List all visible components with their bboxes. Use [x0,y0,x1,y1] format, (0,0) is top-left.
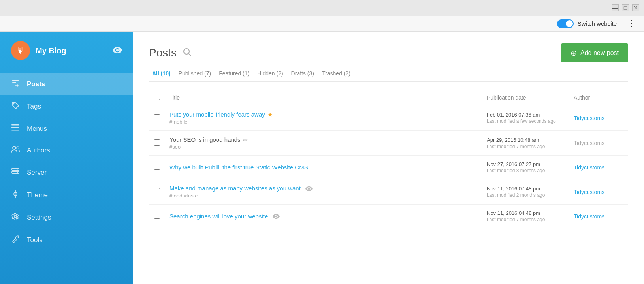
minimize-button[interactable]: — [612,4,619,11]
site-avatar: 🎙 [11,41,30,60]
post-title[interactable]: Puts your mobile-friendly fears away★ [169,111,273,118]
post-checkbox[interactable] [154,139,160,146]
hidden-eye-icon [270,213,280,220]
maximize-button[interactable]: □ [622,4,629,11]
filter-tab-trashed[interactable]: Trashed (2) [319,69,354,78]
select-all-checkbox[interactable] [154,94,160,100]
sidebar-item-server[interactable]: Server [0,161,133,184]
post-title[interactable]: Why we built Publii, the first true Stat… [169,164,308,171]
svg-point-7 [17,147,19,149]
posts-icon [11,79,20,89]
post-tag: #food #taste [169,193,477,199]
avatar-icon: 🎙 [16,45,25,56]
title-bar: — □ ✕ [0,0,644,16]
post-author[interactable]: Tidycustoms [574,213,604,220]
settings-icon [11,213,20,222]
post-checkbox[interactable] [154,114,160,120]
toggle-switch[interactable] [557,19,574,28]
post-checkbox[interactable] [154,213,160,219]
svg-rect-1 [12,82,16,83]
sidebar-item-label: Tags [27,103,41,111]
svg-point-11 [17,172,18,173]
svg-line-20 [189,53,191,56]
preview-icon[interactable] [113,45,122,56]
sidebar-item-settings[interactable]: Settings [0,206,133,229]
filter-tab-hidden[interactable]: Hidden (2) [254,69,286,78]
post-checkbox[interactable] [154,164,160,170]
svg-rect-4 [11,127,19,128]
post-modified: Last modified 8 months ago [487,168,564,173]
post-title[interactable]: Search engines will love your website [169,213,280,220]
more-menu-button[interactable]: ⋮ [627,19,636,29]
menus-icon [11,124,20,133]
post-title[interactable]: Make and manage as many websites as you … [169,185,313,192]
theme-icon [11,190,20,200]
server-icon [11,167,20,177]
filter-tab-published[interactable]: Published (7) [175,69,215,78]
posts-header: Posts ⊕ Add new post [149,43,628,62]
svg-rect-5 [11,130,19,131]
search-icon[interactable] [183,48,192,58]
post-tag: #mobile [169,119,477,125]
sidebar-item-tools[interactable]: Tools [0,229,133,251]
post-modified: Last modified 7 months ago [487,144,564,149]
sidebar-item-label: Settings [27,214,51,222]
svg-rect-3 [11,124,19,126]
post-checkbox[interactable] [154,188,160,194]
page-title: Posts [149,47,177,59]
post-modified: Last modified 2 months ago [487,192,564,198]
app-layout: 🎙 My Blog Posts [0,32,644,284]
close-button[interactable]: ✕ [632,4,639,11]
post-date: Apr 29, 2016 10:48 am [487,137,564,143]
sidebar-item-label: Posts [27,80,45,88]
plus-icon: ⊕ [571,48,577,58]
table-row: Puts your mobile-friendly fears away★#mo… [149,105,628,131]
add-new-label: Add new post [580,49,619,56]
svg-point-6 [13,146,16,149]
sidebar-item-label: Authors [27,147,50,154]
post-date: Feb 01, 2016 07:36 am [487,112,564,118]
post-author[interactable]: Tidycustoms [574,164,604,171]
hidden-eye-icon [303,185,313,192]
site-info: 🎙 My Blog [11,41,66,60]
filter-tabs: All (10) Published (7) Featured (1) Hidd… [149,69,628,82]
filter-tab-featured[interactable]: Featured (1) [216,69,252,78]
table-row: Search engines will love your websiteNov… [149,205,628,228]
featured-star-icon: ★ [267,111,273,118]
tools-icon [11,235,20,245]
col-title: Title [165,90,482,105]
edit-icon[interactable]: ✏ [243,137,248,143]
svg-rect-8 [12,168,19,170]
col-author: Author [569,90,628,105]
svg-point-17 [15,194,16,195]
sidebar-item-tags[interactable]: Tags [0,95,133,118]
sidebar-item-posts[interactable]: Posts [0,73,133,95]
add-new-post-button[interactable]: ⊕ Add new post [561,43,628,62]
post-modified: Last modified 7 months ago [487,217,564,222]
svg-rect-0 [12,80,19,81]
table-row: Your SEO is in good hands✏#seoApr 29, 20… [149,131,628,156]
sidebar-item-label: Menus [27,125,47,133]
post-tag: #seo [169,144,477,150]
svg-point-2 [13,103,15,105]
filter-tab-all[interactable]: All (10) [149,69,174,78]
posts-table: Title Publication date Author Puts your … [149,90,628,228]
nav-list: Posts Tags [0,73,133,251]
post-author[interactable]: Tidycustoms [574,115,604,121]
post-date: Nov 11, 2016 07:48 pm [487,186,564,192]
sidebar-item-theme[interactable]: Theme [0,184,133,206]
filter-tab-drafts[interactable]: Drafts (3) [288,69,317,78]
sidebar-item-label: Tools [27,236,43,244]
post-author[interactable]: Tidycustoms [574,189,604,195]
sidebar-item-authors[interactable]: Authors [0,139,133,161]
main-content: Posts ⊕ Add new post All (10) Publish [133,32,644,284]
header-bar: Switch website ⋮ [0,16,644,32]
sidebar: 🎙 My Blog Posts [0,32,133,284]
post-title: Your SEO is in good hands✏ [169,136,248,143]
posts-title-area: Posts [149,47,192,59]
post-date: Nov 11, 2016 04:48 pm [487,210,564,216]
post-modified: Last modified a few seconds ago [487,118,564,124]
switch-website-label[interactable]: Switch website [578,20,617,27]
sidebar-item-menus[interactable]: Menus [0,118,133,139]
site-name: My Blog [36,46,66,55]
